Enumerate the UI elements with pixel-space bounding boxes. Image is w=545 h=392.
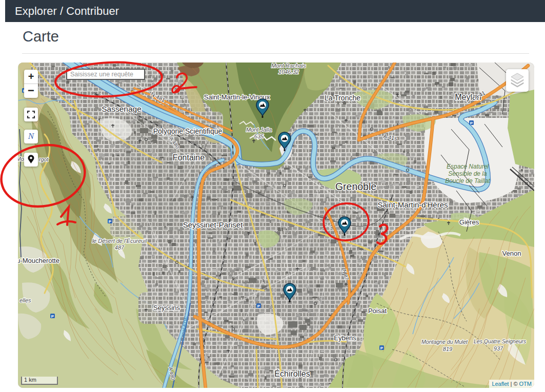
svg-text:P: P <box>51 314 54 319</box>
svg-text:Boucle de Taillat: Boucle de Taillat <box>445 177 490 184</box>
svg-text:Venon: Venon <box>502 250 521 257</box>
svg-text:Les Quatre Seigneurs: Les Quatre Seigneurs <box>474 338 527 344</box>
svg-text:Gières: Gières <box>459 218 479 226</box>
svg-text:La Tronche: La Tronche <box>325 94 360 102</box>
svg-text:Montagne du Mulet: Montagne du Mulet <box>421 339 468 345</box>
svg-text:1046.32: 1046.32 <box>278 69 299 75</box>
svg-text:Mont Rachais: Mont Rachais <box>271 63 306 69</box>
svg-text:Sensible de la: Sensible de la <box>448 170 487 177</box>
svg-text:Espace Naturel: Espace Naturel <box>447 163 489 170</box>
svg-text:P: P <box>257 304 260 308</box>
svg-text:Polygone Scientifique: Polygone Scientifique <box>153 127 223 135</box>
svg-text:P: P <box>470 121 473 126</box>
svg-text:Saint-Martin-d'Hères: Saint-Martin-d'Hères <box>377 200 448 209</box>
svg-text:u-Moucherotte: u-Moucherotte <box>18 257 59 264</box>
svg-text:Poisat: Poisat <box>368 307 387 315</box>
svg-text:P: P <box>109 219 112 224</box>
svg-text:635: 635 <box>254 133 264 139</box>
svg-text:le Désert de l'Écureuil: le Désert de l'Écureuil <box>92 238 147 244</box>
svg-text:Sassenage: Sassenage <box>102 105 142 113</box>
svg-text:Grenoble: Grenoble <box>335 181 376 192</box>
svg-text:Seyssinet-Pariset: Seyssinet-Pariset <box>183 220 244 229</box>
svg-text:937: 937 <box>494 345 503 352</box>
svg-text:Échirolles: Échirolles <box>274 369 310 378</box>
svg-text:Fontaine: Fontaine <box>173 153 205 162</box>
svg-text:rgot: rgot <box>39 156 49 162</box>
svg-text:Mont Jalla: Mont Jalla <box>246 127 272 133</box>
svg-text:487: 487 <box>115 244 125 251</box>
svg-text:819: 819 <box>443 346 452 352</box>
svg-text:Seyssins: Seyssins <box>153 304 180 312</box>
svg-text:Eybens: Eybens <box>334 334 356 342</box>
svg-text:P: P <box>380 346 383 350</box>
svg-text:elles: elles <box>19 297 31 303</box>
